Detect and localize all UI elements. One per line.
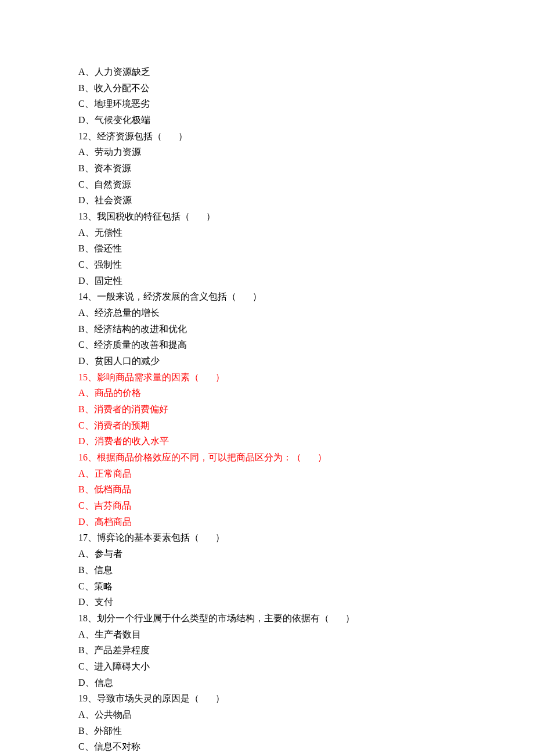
text-line: B、产品差异程度: [78, 642, 456, 658]
text-line: B、外部性: [78, 723, 456, 739]
text-line: 13、我国税收的特征包括（ ）: [78, 208, 456, 225]
text-line: A、生产者数目: [78, 627, 456, 643]
text-line: B、经济结构的改进和优化: [78, 321, 456, 337]
text-line: B、偿还性: [78, 240, 456, 257]
text-line: C、经济质量的改善和提高: [78, 337, 456, 353]
text-line: D、固定性: [78, 273, 456, 289]
text-line: D、社会资源: [78, 192, 456, 208]
document-page: A、人力资源缺乏B、收入分配不公C、地理环境恶劣D、气候变化极端12、经济资源包…: [0, 0, 534, 756]
text-line: A、无偿性: [78, 225, 456, 241]
text-line: A、正常商品: [78, 466, 456, 482]
text-line: A、商品的价格: [78, 385, 456, 401]
text-line: A、经济总量的增长: [78, 305, 456, 321]
text-line: B、低档商品: [78, 481, 456, 498]
text-line: 15、影响商品需求量的因素（ ）: [78, 369, 456, 386]
text-line: A、劳动力资源: [78, 144, 456, 160]
text-line: A、参与者: [78, 546, 456, 562]
text-line: C、强制性: [78, 257, 456, 273]
text-line: 14、一般来说，经济发展的含义包括（ ）: [78, 289, 456, 305]
text-line: C、进入障碍大小: [78, 658, 456, 675]
text-line: C、消费者的预期: [78, 417, 456, 434]
text-line: A、人力资源缺乏: [78, 64, 456, 80]
text-line: C、策略: [78, 578, 456, 595]
text-line: 16、根据商品价格效应的不同，可以把商品区分为：（ ）: [78, 449, 456, 466]
text-line: 19、导致市场失灵的原因是（ ）: [78, 690, 456, 707]
text-line: D、气候变化极端: [78, 112, 456, 128]
text-line: 12、经济资源包括（ ）: [78, 128, 456, 145]
text-line: B、消费者的消费偏好: [78, 401, 456, 417]
text-line: D、消费者的收入水平: [78, 433, 456, 449]
text-line: B、信息: [78, 562, 456, 578]
text-line: 17、博弈论的基本要素包括（ ）: [78, 530, 456, 546]
text-line: C、自然资源: [78, 177, 456, 193]
text-line: D、高档商品: [78, 514, 456, 530]
text-line: C、吉芬商品: [78, 498, 456, 514]
text-line: D、支付: [78, 594, 456, 610]
text-line: A、公共物品: [78, 707, 456, 723]
text-line: B、资本资源: [78, 160, 456, 177]
text-line: B、收入分配不公: [78, 80, 456, 96]
text-line: C、地理环境恶劣: [78, 96, 456, 112]
text-line: D、贫困人口的减少: [78, 353, 456, 369]
text-line: 18、划分一个行业属于什么类型的市场结构，主要的依据有（ ）: [78, 610, 456, 627]
text-line: C、信息不对称: [78, 739, 456, 755]
text-line: D、信息: [78, 675, 456, 691]
